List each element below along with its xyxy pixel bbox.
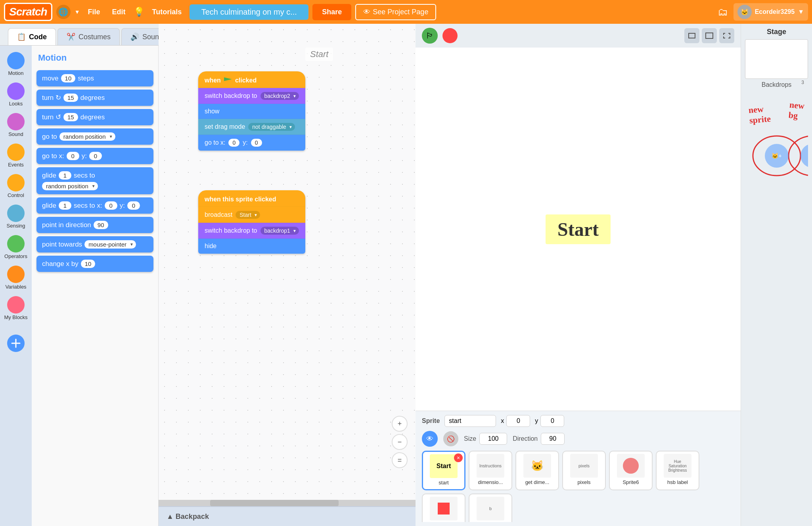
sidebar-item-control[interactable]: Control bbox=[0, 172, 32, 201]
user-menu[interactable]: 🐱 Ecordeir3295 ▼ bbox=[733, 3, 808, 21]
show-sprite-button[interactable]: 👁 bbox=[422, 431, 438, 447]
backpack-bar[interactable]: ▲ Backpack bbox=[159, 506, 416, 526]
block-point-towards[interactable]: point towards mouse-pointer bbox=[36, 236, 153, 252]
sprite-label-sprite6: Sprite6 bbox=[622, 479, 639, 485]
stage-canvas: Start bbox=[416, 48, 741, 411]
sidebar-item-looks[interactable]: Looks bbox=[0, 80, 32, 109]
sensing-circle bbox=[7, 205, 25, 222]
sprite-cell-colour[interactable]: colour bbox=[422, 493, 465, 522]
y-input-0[interactable]: 0 bbox=[251, 139, 262, 147]
sprite-name-input[interactable] bbox=[444, 415, 496, 427]
blocks-list: move 10 steps turn ↻ 15 degrees turn ↺ 1… bbox=[32, 67, 158, 526]
zoom-in-button[interactable]: + bbox=[392, 416, 408, 432]
edit-menu[interactable]: Edit bbox=[108, 6, 130, 19]
x-input-0[interactable]: 0 bbox=[228, 139, 239, 147]
small-stage-button[interactable] bbox=[684, 28, 699, 43]
sidebar-item-sensing[interactable]: Sensing bbox=[0, 202, 32, 231]
ws-block-show[interactable]: show bbox=[198, 104, 305, 119]
sidebar-item-operators[interactable]: Operators bbox=[0, 233, 32, 262]
svg-rect-2 bbox=[689, 33, 695, 38]
project-title-input[interactable] bbox=[190, 4, 308, 20]
block-point-direction[interactable]: point in direction 90 bbox=[36, 217, 153, 233]
not-draggable-dropdown[interactable]: not draggable▼ bbox=[248, 123, 295, 131]
zoom-reset-button[interactable]: = bbox=[392, 452, 408, 468]
tutorials-button[interactable]: Tutorials bbox=[148, 6, 186, 19]
sprite-delete-icon[interactable]: × bbox=[454, 453, 463, 462]
sidebar-item-myblocks[interactable]: My Blocks bbox=[0, 294, 32, 323]
ws-block-hat-sprite-click[interactable]: when this sprite clicked bbox=[198, 190, 305, 207]
direction-input[interactable] bbox=[541, 433, 565, 445]
workspace-scrollbar[interactable] bbox=[159, 500, 416, 506]
green-flag-button[interactable]: 🏳 bbox=[422, 28, 438, 44]
tabs-bar: 📋 Code ✂️ Costumes 🔊 Sounds bbox=[0, 24, 159, 46]
myblocks-circle bbox=[7, 296, 25, 314]
zoom-out-button[interactable]: − bbox=[392, 434, 408, 450]
tab-costumes[interactable]: ✂️ Costumes bbox=[57, 28, 120, 45]
main-layout: 📋 Code ✂️ Costumes 🔊 Sounds Motion bbox=[0, 24, 812, 526]
share-button[interactable]: Share bbox=[312, 4, 351, 20]
sprite-label-dimensio: dimensio... bbox=[478, 479, 503, 485]
globe-icon[interactable]: 🌐 bbox=[56, 5, 71, 19]
ws-block-drag-mode[interactable]: set drag mode not draggable▼ bbox=[198, 119, 305, 135]
fullscreen-button[interactable] bbox=[719, 28, 734, 43]
workspace-scrollbar-thumb[interactable] bbox=[210, 500, 339, 506]
sprite-cell-getdime[interactable]: 🐱 get dime... bbox=[515, 451, 559, 490]
sidebar-item-variables[interactable]: Variables bbox=[0, 263, 32, 292]
backdrop1-dropdown[interactable]: backdrop1▼ bbox=[260, 227, 299, 235]
ws-block-goto-xy[interactable]: go to x: 0 y: 0 bbox=[198, 135, 305, 151]
sprite-cell-dimensio[interactable]: Instructions dimensio... bbox=[469, 451, 512, 490]
large-stage-button[interactable] bbox=[702, 28, 717, 43]
block-turn-cw[interactable]: turn ↻ 15 degrees bbox=[36, 90, 153, 106]
block-goto-xy[interactable]: go to x: 0 y: 0 bbox=[36, 148, 153, 164]
block-glide2[interactable]: glide 1 secs to x: 0 y: 0 bbox=[36, 197, 153, 214]
sprite-x-input[interactable] bbox=[506, 415, 530, 427]
size-input[interactable] bbox=[479, 433, 507, 445]
sidebar-item-motion[interactable]: Motion bbox=[0, 50, 32, 78]
ws-block-hide[interactable]: hide bbox=[198, 239, 305, 254]
sprite-cell-hsblabel[interactable]: HueSaturationBrightness hsb label bbox=[656, 451, 699, 490]
add-extension-button[interactable] bbox=[0, 332, 32, 354]
looks-circle bbox=[7, 82, 25, 100]
sprite-x-coord: x bbox=[501, 415, 530, 427]
sidebar-item-sound[interactable]: Sound bbox=[0, 111, 32, 140]
sprite-cell-pixels[interactable]: pixels pixels bbox=[562, 451, 606, 490]
hide-sprite-button[interactable]: 🚫 bbox=[443, 431, 458, 446]
block-turn-ccw[interactable]: turn ↺ 15 degrees bbox=[36, 109, 153, 125]
folder-icon[interactable]: 🗂 bbox=[718, 6, 728, 18]
sprite-cell-sprite6[interactable]: Sprite6 bbox=[609, 451, 653, 490]
file-menu[interactable]: File bbox=[84, 6, 104, 19]
sprite-y-input[interactable] bbox=[540, 415, 564, 427]
scratch-logo[interactable]: Scratch bbox=[4, 3, 52, 21]
broadcast-start-dropdown[interactable]: Start▼ bbox=[236, 211, 260, 219]
tab-code[interactable]: 📋 Code bbox=[8, 28, 56, 45]
ws-block-broadcast[interactable]: broadcast Start▼ bbox=[198, 207, 305, 223]
sprite-b-preview: b bbox=[477, 497, 504, 520]
ws-block-hat-flag[interactable]: when clicked bbox=[198, 71, 305, 88]
block-glide1[interactable]: glide 1 secs to random position bbox=[36, 167, 153, 194]
sprite-cell-b[interactable]: b b bbox=[469, 493, 512, 522]
block-change-x[interactable]: change x by 10 bbox=[36, 256, 153, 272]
cat-label-myblocks: My Blocks bbox=[4, 314, 27, 320]
block-goto[interactable]: go to random position bbox=[36, 128, 153, 145]
block-move[interactable]: move 10 steps bbox=[36, 70, 153, 86]
right-panel: 🏳 Start Sprite bbox=[416, 24, 741, 526]
annotation-new-bg: newbg bbox=[788, 99, 805, 121]
ws-block-switch-backdrop-2[interactable]: switch backdrop to backdrop1▼ bbox=[198, 223, 305, 239]
stage-view-buttons bbox=[684, 28, 734, 43]
sprite-grid: × Start start Instructions dimensio... 🐱… bbox=[422, 451, 734, 522]
sprite-label-hsblabel: hsb label bbox=[667, 479, 688, 485]
nav-chevron-icon[interactable]: ▼ bbox=[75, 9, 80, 15]
ws-block-switch-backdrop-1[interactable]: switch backdrop to backdrop2▼ bbox=[198, 88, 305, 104]
flag-shape bbox=[224, 77, 232, 84]
user-avatar: 🐱 bbox=[737, 5, 752, 19]
see-project-button[interactable]: 👁 See Project Page bbox=[355, 4, 436, 20]
backdrop2-dropdown[interactable]: backdrop2▼ bbox=[260, 92, 299, 100]
stage-start-text: Start bbox=[546, 214, 611, 244]
left-panel: 📋 Code ✂️ Costumes 🔊 Sounds Motion bbox=[0, 24, 159, 526]
stage-label: Stage bbox=[745, 28, 808, 36]
sidebar-item-events[interactable]: Events bbox=[0, 141, 32, 170]
code-workspace[interactable]: Start when clicked switch backdrop to ba… bbox=[159, 24, 416, 500]
stop-button[interactable] bbox=[442, 28, 458, 43]
cat-label-motion: Motion bbox=[8, 70, 23, 76]
sprite-cell-start[interactable]: × Start start bbox=[422, 451, 465, 490]
